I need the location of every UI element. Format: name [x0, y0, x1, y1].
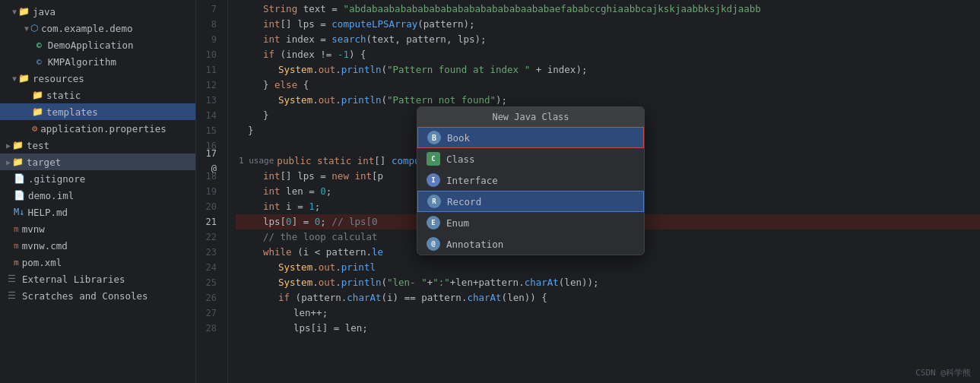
- sidebar-item-label: External Libraries: [19, 274, 125, 285]
- sidebar-item-test[interactable]: ▶ 📁 test: [0, 137, 195, 154]
- popup-item-book[interactable]: B Book: [417, 127, 644, 148]
- sidebar-item-label: resources: [33, 73, 84, 84]
- code-line-11: System.out.println("Pattern found at ind…: [236, 62, 980, 78]
- popup-item-label: Annotation: [446, 239, 503, 250]
- watermark: CSDN @科学熊: [915, 367, 971, 378]
- popup-item-enum[interactable]: E Enum: [417, 212, 644, 233]
- sidebar-item-mvnw-cmd[interactable]: m mvnw.cmd: [0, 237, 195, 254]
- popup-item-annotation[interactable]: @ Annotation: [417, 233, 644, 255]
- sidebar-item-demo-iml[interactable]: 📄 demo.iml: [0, 187, 195, 204]
- xml-icon: m: [14, 258, 19, 267]
- popup-dialog: New Java Class B Book C Class I Interfac…: [417, 106, 645, 255]
- mvnw-icon: m: [14, 224, 19, 234]
- line-num-12: 12: [196, 78, 221, 93]
- md-icon: M↓: [14, 207, 24, 217]
- sidebar-item-scratches[interactable]: ☰ Scratches and Consoles: [0, 287, 195, 304]
- line-num-9: 9: [196, 32, 221, 47]
- enum-icon: E: [427, 216, 440, 229]
- sidebar-item-mvnw[interactable]: m mvnw: [0, 220, 195, 237]
- folder-icon: 📁: [18, 73, 30, 84]
- popup-item-label: Book: [447, 132, 470, 144]
- scratches-icon: ☰: [8, 290, 16, 301]
- line-numbers: 7 8 9 10 11 12 13 14 15 16 17 @ 18 19 20…: [196, 0, 228, 383]
- line-num-17: 17 @: [196, 154, 221, 169]
- sidebar: ▼ 📁 java ▼ ⬡ com.example.demo © DemoAppl…: [0, 0, 196, 383]
- sidebar-item-external-libraries[interactable]: ☰ External Libraries: [0, 271, 195, 287]
- line-num-19: 19: [196, 184, 221, 199]
- book-icon: B: [427, 131, 441, 144]
- sidebar-item-pom-xml[interactable]: m pom.xml: [0, 254, 195, 271]
- line-num-10: 10: [196, 47, 221, 62]
- sidebar-item-help-md[interactable]: M↓ HELP.md: [0, 204, 195, 220]
- package-icon: ⬡: [30, 23, 38, 33]
- line-num-14: 14: [196, 108, 221, 123]
- caret-icon: ▼: [12, 74, 17, 83]
- line-num-28: 28: [196, 321, 221, 336]
- iml-icon: 📄: [14, 190, 25, 201]
- line-num-22: 22: [196, 229, 221, 245]
- sidebar-item-label: application.properties: [40, 123, 167, 135]
- spring-class-icon: ©: [36, 40, 42, 50]
- code-line-8: int[] lps = computeLPSArray(pattern);: [236, 17, 980, 32]
- line-num-23: 23: [196, 245, 221, 260]
- sidebar-item-com-example-demo[interactable]: ▼ ⬡ com.example.demo: [0, 20, 195, 36]
- folder-icon: 📁: [32, 106, 43, 117]
- folder-icon: 📁: [18, 6, 30, 17]
- code-line-13: System.out.println("Pattern not found");: [236, 93, 980, 108]
- code-line-25: System.out.println("len- "+":"+len+patte…: [236, 275, 980, 290]
- sidebar-item-gitignore[interactable]: 📄 .gitignore: [0, 170, 195, 187]
- line-num-27: 27: [196, 305, 221, 321]
- popup-item-record[interactable]: R Record: [417, 191, 644, 212]
- code-line-9: int index = search(text, pattern, lps);: [236, 32, 980, 47]
- line-num-15: 15: [196, 123, 221, 138]
- folder-icon: 📁: [32, 90, 43, 100]
- sidebar-item-static[interactable]: 📁 static: [0, 87, 195, 103]
- line-num-11: 11: [196, 62, 221, 78]
- sidebar-item-label: Scratches and Consoles: [19, 290, 148, 302]
- popup-item-label: Class: [446, 154, 475, 165]
- sidebar-item-label: .gitignore: [28, 173, 85, 185]
- class-icon: C: [427, 152, 440, 166]
- popup-item-interface[interactable]: I Interface: [417, 169, 644, 191]
- code-editor[interactable]: 7 8 9 10 11 12 13 14 15 16 17 @ 18 19 20…: [196, 0, 980, 383]
- sidebar-item-label: mvnw.cmd: [22, 240, 68, 252]
- caret-icon: ▼: [12, 8, 17, 16]
- line-num-21: 21: [196, 214, 221, 229]
- code-line-7: String text = "abdabaabababababababababa…: [236, 2, 980, 17]
- sidebar-item-application-properties[interactable]: ⚙ application.properties: [0, 120, 195, 137]
- sidebar-item-label: KMPAlgorithm: [45, 56, 116, 68]
- mvnw-cmd-icon: m: [14, 241, 19, 251]
- code-line-26: if (pattern.charAt(i) == pattern.charAt(…: [236, 290, 980, 305]
- sidebar-item-label: static: [46, 90, 81, 101]
- sidebar-item-target[interactable]: ▶ 📁 target: [0, 154, 195, 170]
- popup-item-label: Interface: [446, 175, 498, 186]
- class-icon: ©: [36, 57, 42, 67]
- props-icon: ⚙: [32, 123, 37, 134]
- sidebar-item-templates[interactable]: 📁 templates: [0, 103, 195, 120]
- caret-icon: ▶: [6, 158, 11, 166]
- sidebar-item-DemoApplication[interactable]: © DemoApplication: [0, 36, 195, 53]
- line-num-20: 20: [196, 199, 221, 214]
- sidebar-item-label: com.example.demo: [41, 23, 132, 34]
- line-num-26: 26: [196, 290, 221, 305]
- code-line-27: len++;: [236, 305, 980, 321]
- sidebar-item-label: test: [27, 140, 49, 151]
- code-line-12: } else {: [236, 78, 980, 93]
- popup-item-class[interactable]: C Class: [417, 148, 644, 169]
- sidebar-item-label: pom.xml: [22, 257, 62, 268]
- sidebar-item-resources[interactable]: ▼ 📁 resources: [0, 70, 195, 87]
- sidebar-item-label: target: [27, 157, 61, 168]
- sidebar-item-KMPAlgorithm[interactable]: © KMPAlgorithm: [0, 53, 195, 70]
- line-num-25: 25: [196, 275, 221, 290]
- sidebar-item-label: demo.iml: [28, 190, 74, 201]
- sidebar-item-label: DemoApplication: [45, 40, 134, 51]
- caret-icon: ▶: [6, 141, 11, 150]
- record-icon: R: [427, 195, 441, 208]
- sidebar-item-label: HELP.md: [27, 207, 68, 218]
- new-java-class-popup: New Java Class B Book C Class I Interfac…: [417, 106, 645, 255]
- sidebar-item-java[interactable]: ▼ 📁 java: [0, 3, 195, 20]
- line-num-13: 13: [196, 93, 221, 108]
- popup-item-label: Enum: [446, 217, 469, 229]
- code-line-10: if (index != -1) {: [236, 47, 980, 62]
- annotation-icon: @: [427, 237, 440, 251]
